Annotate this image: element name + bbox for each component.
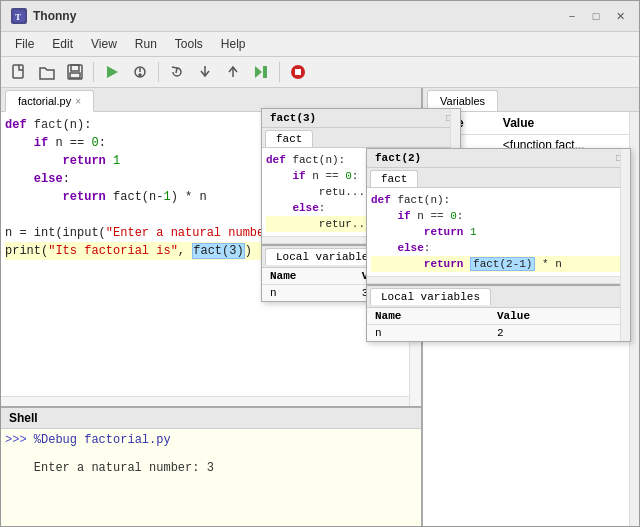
menu-file[interactable]: File	[7, 34, 42, 54]
frame-2-title: fact(2)	[375, 152, 421, 164]
toolbar-separator-1	[93, 62, 94, 82]
table-row: n 2	[367, 325, 630, 342]
window-title: Thonny	[33, 9, 563, 23]
open-file-button[interactable]	[35, 60, 59, 84]
editor-tab-close[interactable]: ×	[75, 96, 81, 107]
toolbar-separator-3	[279, 62, 280, 82]
frame-2-col-value: Value	[489, 308, 630, 325]
debug-button[interactable]	[128, 60, 152, 84]
step-into-button[interactable]	[193, 60, 217, 84]
toolbar-separator-2	[158, 62, 159, 82]
var-col-value: Value	[495, 112, 639, 135]
svg-rect-15	[295, 69, 301, 75]
window-controls: − □ ✕	[563, 7, 629, 25]
frame-2-scrollbar-h[interactable]	[367, 277, 620, 283]
new-file-button[interactable]	[7, 60, 31, 84]
menu-bar: File Edit View Run Tools Help	[1, 32, 639, 57]
main-window: T Thonny − □ ✕ File Edit View Run Tools …	[0, 0, 640, 527]
shell-header: Shell	[1, 408, 421, 429]
svg-point-9	[139, 74, 141, 76]
editor-tab-label: factorial.py	[18, 95, 71, 107]
svg-marker-6	[107, 66, 118, 78]
frame-2-line-4: else:	[371, 240, 626, 256]
save-file-button[interactable]	[63, 60, 87, 84]
svg-text:T: T	[15, 12, 21, 22]
stack-frame-2: fact(2) □ fact def fact(n): if n == 0: r…	[366, 148, 631, 342]
step-over-button[interactable]	[165, 60, 189, 84]
frame-2-scrollbar-v[interactable]	[620, 149, 630, 341]
svg-rect-2	[13, 65, 23, 78]
editor-scrollbar-h[interactable]	[1, 396, 409, 406]
editor-tab-factorial[interactable]: factorial.py ×	[5, 90, 94, 112]
title-bar: T Thonny − □ ✕	[1, 1, 639, 32]
minimize-button[interactable]: −	[563, 7, 581, 25]
frame-3-tab[interactable]: fact	[265, 130, 313, 147]
frame-3-var-n: n	[262, 285, 354, 302]
shell-line-3: Enter a natural number: 3	[5, 461, 417, 475]
svg-rect-13	[263, 66, 267, 78]
menu-run[interactable]: Run	[127, 34, 165, 54]
menu-view[interactable]: View	[83, 34, 125, 54]
frame-2-var-n: n	[367, 325, 489, 342]
shell-content[interactable]: >>> %Debug factorial.py Enter a natural …	[1, 429, 421, 526]
frame-2-val-n: 2	[489, 325, 630, 342]
run-button[interactable]	[100, 60, 124, 84]
shell-line-2	[5, 447, 417, 461]
frame-2-locals: Local variables Name Value n 2	[367, 284, 630, 341]
stop-button[interactable]	[286, 60, 310, 84]
shell-line-1: >>> %Debug factorial.py	[5, 433, 417, 447]
frame-2-line-3: return 1	[371, 224, 626, 240]
menu-edit[interactable]: Edit	[44, 34, 81, 54]
toolbar	[1, 57, 639, 88]
frame-2-tab[interactable]: fact	[370, 170, 418, 187]
frame-2-title-bar: fact(2) □	[367, 149, 630, 168]
resume-button[interactable]	[249, 60, 273, 84]
svg-rect-4	[71, 65, 79, 71]
frame-2-locals-tab-bar: Local variables	[367, 286, 630, 308]
frame-2-tab-bar: fact	[367, 168, 630, 188]
step-out-button[interactable]	[221, 60, 245, 84]
frame-2-var-table: Name Value n 2	[367, 308, 630, 341]
frame-3-col-name: Name	[262, 268, 354, 285]
svg-marker-12	[255, 66, 262, 78]
close-button[interactable]: ✕	[611, 7, 629, 25]
frame-2-line-5: return fact(2-1) * n	[371, 256, 626, 272]
menu-tools[interactable]: Tools	[167, 34, 211, 54]
frame-2-line-2: if n == 0:	[371, 208, 626, 224]
frame-2-code: def fact(n): if n == 0: return 1 else: r…	[367, 188, 630, 276]
shell-section: Shell >>> %Debug factorial.py Enter a na…	[1, 406, 421, 526]
frame-2-col-name: Name	[367, 308, 489, 325]
maximize-button[interactable]: □	[587, 7, 605, 25]
frame-3-title: fact(3)	[270, 112, 316, 124]
main-area: factorial.py × def fact(n): if n == 0: r…	[1, 88, 639, 526]
svg-rect-5	[70, 73, 80, 78]
frame-3-title-bar: fact(3) □	[262, 109, 460, 128]
frame-2-line-1: def fact(n):	[371, 192, 626, 208]
frame-3-tab-bar: fact	[262, 128, 460, 148]
frame-2-locals-tab[interactable]: Local variables	[370, 288, 491, 305]
menu-help[interactable]: Help	[213, 34, 254, 54]
app-icon: T	[11, 8, 27, 24]
